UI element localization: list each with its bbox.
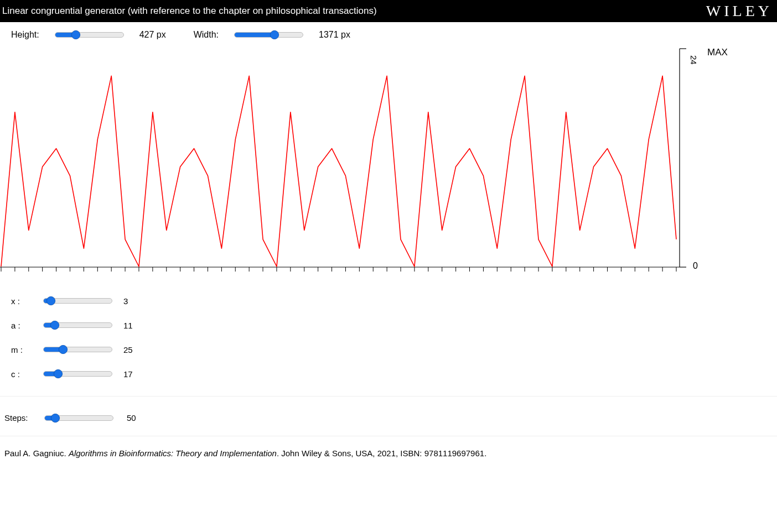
citation-rest: . John Wiley & Sons, USA, 2021, ISBN: 97… bbox=[277, 448, 486, 458]
steps-label: Steps: bbox=[4, 413, 31, 423]
param-value: 17 bbox=[123, 369, 133, 379]
width-label: Width: bbox=[194, 30, 219, 40]
svg-text:MAX: MAX bbox=[707, 47, 728, 58]
param-slider[interactable] bbox=[43, 322, 112, 328]
param-label: m : bbox=[11, 345, 32, 354]
citation-title: Algorithms in Bioinformatics: Theory and… bbox=[69, 448, 277, 458]
lcg-line-chart: MAX240 bbox=[0, 46, 771, 273]
svg-text:24: 24 bbox=[689, 55, 698, 65]
param-row: a :11 bbox=[11, 313, 777, 337]
param-label: c : bbox=[11, 369, 32, 379]
width-slider[interactable] bbox=[234, 32, 303, 38]
param-row: x :3 bbox=[11, 289, 777, 313]
citation-author: Paul A. Gagniuc. bbox=[4, 448, 69, 458]
param-row: m :25 bbox=[11, 337, 777, 362]
param-value: 11 bbox=[123, 321, 133, 330]
lcg-parameters: x :3a :11m :25c :17 bbox=[0, 286, 777, 397]
param-slider[interactable] bbox=[43, 298, 112, 304]
brand-logo: WILEY bbox=[706, 2, 773, 20]
steps-value: 50 bbox=[127, 413, 136, 423]
param-value: 25 bbox=[123, 345, 133, 354]
param-slider[interactable] bbox=[43, 371, 112, 377]
page-title: Linear congruential generator (with refe… bbox=[2, 6, 377, 17]
app-header: Linear congruential generator (with refe… bbox=[0, 0, 777, 22]
param-label: a : bbox=[11, 321, 32, 330]
dimensions-row: Height: 427 px Width: 1371 px bbox=[0, 22, 777, 44]
param-label: x : bbox=[11, 296, 32, 306]
param-slider[interactable] bbox=[43, 347, 112, 352]
steps-slider[interactable] bbox=[44, 415, 113, 421]
chart-container: MAX240 bbox=[0, 46, 771, 273]
param-row: c :17 bbox=[11, 362, 777, 386]
citation: Paul A. Gagniuc. Algorithms in Bioinform… bbox=[0, 436, 777, 480]
svg-text:0: 0 bbox=[693, 261, 698, 270]
steps-row: Steps: 50 bbox=[0, 397, 777, 436]
width-value: 1371 px bbox=[319, 30, 358, 40]
param-value: 3 bbox=[123, 296, 128, 306]
height-label: Height: bbox=[11, 30, 39, 40]
height-value: 427 px bbox=[139, 30, 178, 40]
height-slider[interactable] bbox=[55, 32, 124, 38]
